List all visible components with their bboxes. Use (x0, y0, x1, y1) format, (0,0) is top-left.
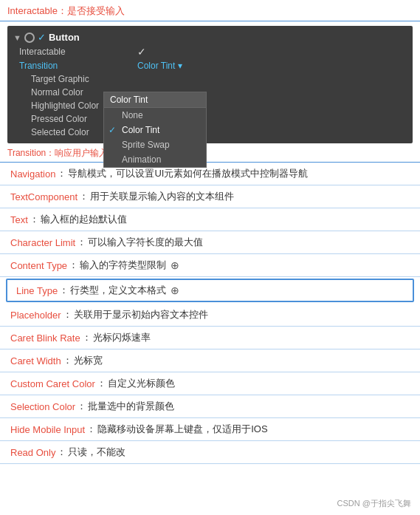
row-desc: 可以输入字符长度的最大值 (88, 236, 203, 249)
transition-row[interactable]: Transition Color Tint ▾ Color Tint None … (7, 59, 413, 72)
dropdown-header: Color Tint (104, 92, 206, 108)
info-rows-container: Navigation：导航模式，可以设置UI元素如何在播放模式中控制器导航Tex… (0, 163, 420, 464)
highlighted-color-row: Highlighted Color (7, 99, 413, 112)
row-key: Hide Mobile Input (10, 424, 85, 435)
check-icon: ✓ (38, 32, 46, 43)
annotation-text: Interactable：是否接受输入 (7, 5, 125, 16)
row-desc: 光标宽 (74, 354, 103, 367)
row-key: Text (10, 214, 28, 225)
plus-icon[interactable]: ⊕ (171, 284, 179, 296)
panel-title: Button (49, 32, 80, 43)
dropdown-box: Color Tint None Color Tint Sprite Swap A… (103, 92, 207, 168)
info-row: Custom Caret Color：自定义光标颜色 (0, 372, 420, 395)
row-sep: ： (59, 284, 69, 297)
circle-icon (24, 33, 35, 43)
row-key: Navigation (10, 168, 55, 180)
top-annotation: Interactable：是否接受输入 (0, 0, 420, 21)
arrow-icon: ▼ (13, 33, 21, 42)
row-key: Line Type (16, 285, 58, 296)
dropdown-item-colortint[interactable]: Color Tint (104, 123, 206, 137)
info-row: Text：输入框的起始默认值 (0, 208, 420, 231)
row-sep: ： (97, 377, 106, 390)
info-row: Placeholder：关联用于显示初始内容文本控件 (0, 304, 420, 327)
info-row: Content Type：输入的字符类型限制⊕ (0, 254, 420, 277)
unity-inspector-panel: ▼ ✓ Button Interactable ✓ Transition Col… (7, 26, 413, 143)
row-sep: ： (79, 190, 89, 203)
row-desc: 输入框的起始默认值 (41, 213, 127, 226)
row-desc: 导航模式，可以设置UI元素如何在播放模式中控制器导航 (68, 167, 308, 180)
info-row: Hide Mobile Input：隐藏移动设备屏幕上键盘，仅适用于IOS (0, 418, 420, 441)
info-rows-wrapper: Navigation：导航模式，可以设置UI元素如何在播放模式中控制器导航Tex… (0, 163, 420, 464)
row-sep: ： (77, 400, 86, 413)
info-row: Read Only：只读，不能改 (0, 441, 420, 464)
info-row: Caret Blink Rate：光标闪烁速率 (0, 327, 420, 349)
info-row: Selection Color：批量选中的背景颜色 (0, 395, 420, 418)
row-desc: 光标闪烁速率 (93, 331, 151, 344)
row-key: Character Limit (10, 237, 75, 248)
row-sep: ： (77, 236, 86, 249)
panel-title-row: ▼ ✓ Button (7, 30, 413, 44)
transition-dropdown[interactable]: Color Tint None Color Tint Sprite Swap A… (103, 92, 207, 168)
row-key: TextComponent (10, 191, 78, 202)
dropdown-item-animation[interactable]: Animation (104, 152, 206, 167)
dropdown-item-spriteswap[interactable]: Sprite Swap (104, 137, 206, 152)
row-sep: ： (30, 213, 39, 226)
plus-icon[interactable]: ⊕ (171, 259, 179, 271)
row-key: Content Type (10, 260, 67, 271)
row-sep: ： (86, 423, 96, 436)
row-sep: ： (63, 354, 72, 367)
dropdown-item-none[interactable]: None (104, 108, 206, 123)
target-graphic-row: Target Graphic (7, 72, 413, 86)
info-row: Character Limit：可以输入字符长度的最大值 (0, 231, 420, 254)
row-sep: ： (57, 446, 66, 459)
row-key: Read Only (10, 447, 55, 458)
row-key: Custom Caret Color (10, 378, 95, 389)
info-row: Caret Width：光标宽 (0, 349, 420, 372)
interactable-value: ✓ (137, 46, 146, 58)
row-desc: 只读，不能改 (68, 446, 125, 459)
normal-color-row: Normal Color (7, 86, 413, 99)
info-row-highlighted: Line Type：行类型，定义文本格式⊕ (6, 279, 414, 302)
row-desc: 用于关联显示输入内容的文本组件 (90, 190, 234, 203)
interactable-row: Interactable ✓ (7, 44, 413, 59)
row-key: Placeholder (10, 310, 61, 321)
transition-annotation: Transition：响应用户输入的过渡效果 (0, 145, 420, 163)
row-desc: 行类型，定义文本格式 (70, 284, 166, 297)
info-row: TextComponent：用于关联显示输入内容的文本组件 (0, 185, 420, 208)
row-desc: 关联用于显示初始内容文本控件 (74, 308, 208, 321)
row-desc: 自定义光标颜色 (108, 377, 175, 390)
watermark: CSDN @于指尖飞舞 (337, 498, 411, 509)
interactable-label: Interactable (19, 47, 137, 57)
transition-label: Transition (19, 61, 137, 71)
row-key: Caret Width (10, 355, 61, 366)
target-graphic-label: Target Graphic (19, 74, 137, 84)
row-desc: 隐藏移动设备屏幕上键盘，仅适用于IOS (97, 423, 267, 436)
row-key: Caret Blink Rate (10, 332, 80, 344)
info-row: Navigation：导航模式，可以设置UI元素如何在播放模式中控制器导航 (0, 163, 420, 185)
row-sep: ： (82, 331, 92, 344)
row-sep: ： (69, 259, 78, 272)
transition-value[interactable]: Color Tint ▾ (137, 61, 182, 71)
row-desc: 批量选中的背景颜色 (88, 400, 174, 413)
selected-color-row: Selected Color (7, 126, 413, 139)
row-desc: 输入的字符类型限制 (80, 259, 166, 272)
row-key: Selection Color (10, 401, 75, 412)
pressed-color-row: Pressed Color (7, 112, 413, 126)
row-sep: ： (57, 167, 66, 180)
row-sep: ： (63, 308, 72, 321)
